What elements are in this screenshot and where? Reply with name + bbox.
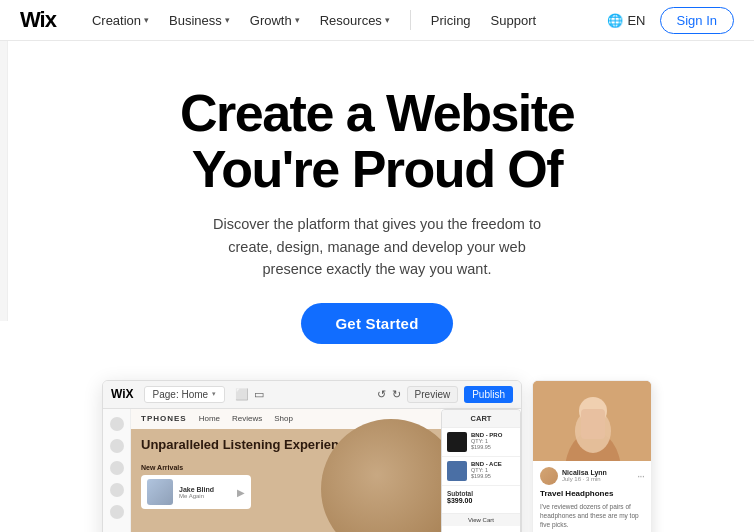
hero-section: Create a Website You're Proud Of Discove…	[0, 41, 754, 372]
browser-toolbar: WiX Page: Home ▾ ⬜ ▭ ↺ ↻ Preview Publish	[103, 381, 521, 409]
cart-item-info: BND - PRO QTY: 1 $199.95	[471, 432, 515, 450]
browser-window: WiX Page: Home ▾ ⬜ ▭ ↺ ↻ Preview Publish	[102, 380, 522, 532]
nav-pricing[interactable]: Pricing	[423, 9, 479, 32]
play-icon[interactable]: ▶	[237, 487, 245, 498]
cart-item-info: BND - ACE QTY: 1 $199.95	[471, 461, 515, 479]
sidebar-tool[interactable]	[110, 483, 124, 497]
sidebar-tool[interactable]	[110, 417, 124, 431]
nav-support[interactable]: Support	[483, 9, 545, 32]
redo-icon[interactable]: ↻	[392, 388, 401, 401]
cart-item-image	[447, 461, 467, 481]
browser-icons: ⬜ ▭	[235, 388, 264, 401]
browser-wix-logo: WiX	[111, 387, 134, 401]
blog-avatar	[540, 467, 558, 485]
nav-growth[interactable]: Growth ▾	[242, 9, 308, 32]
undo-icon[interactable]: ↺	[377, 388, 386, 401]
mockup-area: WiX Page: Home ▾ ⬜ ▭ ↺ ↻ Preview Publish	[0, 380, 754, 532]
sidebar-tool[interactable]	[110, 439, 124, 453]
website-card: Jake Blind Me Again ▶	[141, 475, 251, 509]
blog-author-row: Nicalisa Lynn July 16 · 3 min ···	[540, 467, 644, 485]
website-main: TPHONES Home Reviews Shop Unparalleled L…	[131, 409, 441, 532]
nav-resources[interactable]: Resources ▾	[312, 9, 398, 32]
sidebar-tool[interactable]	[110, 505, 124, 519]
cart-subtotal: Subtotal $399.00	[442, 486, 520, 508]
blog-author-info: Nicalisa Lynn July 16 · 3 min	[562, 469, 633, 482]
website-nav-home: Home	[199, 414, 220, 423]
card-info: Jake Blind Me Again	[179, 486, 214, 499]
get-started-button[interactable]: Get Started	[301, 303, 452, 344]
blog-body: Nicalisa Lynn July 16 · 3 min ··· Travel…	[533, 461, 651, 532]
cart-item-2: BND - ACE QTY: 1 $199.95	[442, 457, 520, 486]
chevron-down-icon: ▾	[295, 15, 300, 25]
wix-logo: Wix	[20, 7, 56, 33]
cart-item-image	[447, 432, 467, 452]
navigation: Wix Creation ▾ Business ▾ Growth ▾ Resou…	[0, 0, 754, 41]
website-brand: TPHONES	[141, 414, 187, 423]
card-image	[147, 479, 173, 505]
blog-title: Travel Headphones	[540, 489, 644, 499]
publish-button[interactable]: Publish	[464, 386, 513, 403]
cart-header: CART	[442, 410, 520, 428]
more-options-icon[interactable]: ···	[637, 469, 644, 483]
blog-card: Nicalisa Lynn July 16 · 3 min ··· Travel…	[532, 380, 652, 532]
blog-image	[533, 381, 651, 461]
sidebar-tool[interactable]	[110, 461, 124, 475]
left-bar	[0, 41, 8, 321]
chevron-down-icon: ▾	[385, 15, 390, 25]
website-sidebar	[103, 409, 131, 532]
blog-description: I've reviewed dozens of pairs of headpho…	[540, 502, 644, 529]
signin-button[interactable]: Sign In	[660, 7, 734, 34]
mobile-icon[interactable]: ▭	[254, 388, 264, 401]
website-content: TPHONES Home Reviews Shop Unparalleled L…	[103, 409, 521, 532]
cart-item-1: BND - PRO QTY: 1 $199.95	[442, 428, 520, 457]
chevron-down-icon: ▾	[144, 15, 149, 25]
globe-icon: 🌐	[607, 13, 623, 28]
desktop-icon[interactable]: ⬜	[235, 388, 249, 401]
hero-title: Create a Website You're Proud Of	[180, 85, 574, 197]
hero-subtitle: Discover the platform that gives you the…	[207, 213, 547, 280]
nav-links: Creation ▾ Business ▾ Growth ▾ Resources…	[84, 9, 544, 32]
nav-right: 🌐 EN Sign In	[607, 7, 734, 34]
preview-button[interactable]: Preview	[407, 386, 459, 403]
tab-chevron-icon: ▾	[212, 390, 216, 398]
cart-panel: CART BND - PRO QTY: 1 $199.95 BND - ACE …	[441, 409, 521, 532]
view-cart-button[interactable]: View Cart	[442, 513, 520, 526]
nav-business[interactable]: Business ▾	[161, 9, 238, 32]
language-selector[interactable]: 🌐 EN	[607, 13, 645, 28]
svg-rect-4	[581, 409, 605, 439]
headphone-image	[281, 419, 441, 532]
nav-creation[interactable]: Creation ▾	[84, 9, 157, 32]
nav-separator	[410, 10, 411, 30]
browser-right: ↺ ↻ Preview Publish	[377, 386, 513, 403]
page-tab[interactable]: Page: Home ▾	[144, 386, 226, 403]
website-nav-reviews: Reviews	[232, 414, 262, 423]
chevron-down-icon: ▾	[225, 15, 230, 25]
